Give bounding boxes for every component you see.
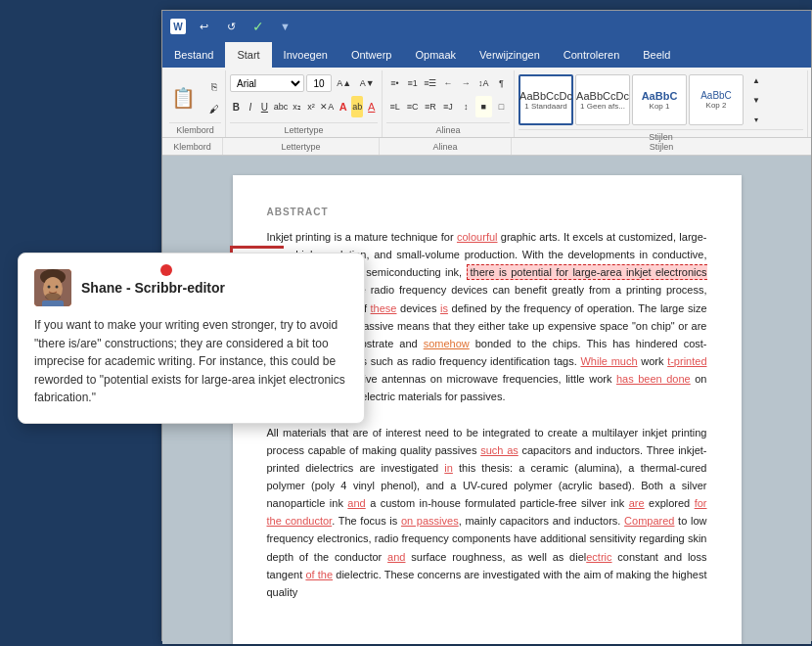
svg-rect-6 bbox=[42, 300, 64, 306]
inkjet-printed-phrase: t-printed bbox=[667, 355, 706, 367]
style-no-spacing-label: 1 Geen afs... bbox=[580, 102, 625, 111]
clear-format-button[interactable]: ✕A bbox=[319, 96, 335, 117]
of-the-phrase: of the bbox=[305, 569, 333, 580]
on-passives-phrase: on passives bbox=[401, 515, 459, 527]
redo-button[interactable]: ↺ bbox=[221, 17, 241, 36]
these-word: these bbox=[371, 302, 397, 314]
red-dot-connector bbox=[160, 264, 172, 276]
styles-scroll-down[interactable]: ▼ bbox=[745, 92, 767, 108]
style-no-spacing[interactable]: AaBbCcDc 1 Geen afs... bbox=[575, 74, 630, 125]
and-word-2: and bbox=[387, 551, 405, 563]
multilevel-button[interactable]: ≡☰ bbox=[422, 72, 438, 94]
strikethrough-button[interactable]: abc bbox=[273, 96, 290, 117]
style-standard[interactable]: AaBbCcDc 1 Standaard bbox=[519, 74, 573, 125]
styles-more[interactable]: ▾ bbox=[745, 112, 767, 127]
font-name-select[interactable]: Arial bbox=[230, 74, 304, 92]
somehow-word: somehow bbox=[424, 338, 470, 349]
style-heading1[interactable]: AaBbC Kop 1 bbox=[632, 74, 687, 125]
line-spacing-button[interactable]: ↕ bbox=[458, 96, 474, 117]
italic-button[interactable]: I bbox=[245, 96, 257, 117]
connector-horizontal bbox=[230, 246, 284, 249]
font-size-input[interactable] bbox=[306, 74, 332, 92]
word-icon: W bbox=[170, 19, 186, 34]
increase-font-button[interactable]: A▲ bbox=[334, 72, 354, 94]
style-no-spacing-preview: AaBbCcDc bbox=[576, 90, 629, 102]
tab-opmaak[interactable]: Opmaak bbox=[403, 42, 468, 68]
compared-word: Compared bbox=[624, 515, 674, 527]
clipboard-group-bottom: Klembord bbox=[162, 138, 223, 155]
clipboard-label: Klembord bbox=[169, 122, 221, 135]
style-standard-preview: AaBbCcDc bbox=[519, 90, 572, 102]
subscript-button[interactable]: x₂ bbox=[291, 96, 303, 117]
in-word: in bbox=[444, 462, 453, 474]
font-label: Lettertype bbox=[230, 122, 378, 135]
style-h2-label: Kop 2 bbox=[706, 101, 727, 110]
svg-point-4 bbox=[56, 286, 59, 289]
bullets-button[interactable]: ≡• bbox=[386, 72, 403, 94]
comment-avatar bbox=[34, 269, 71, 306]
is-word: is bbox=[440, 302, 448, 314]
ribbon-tabs: Bestand Start Invoegen Ontwerp Opmaak Ve… bbox=[162, 42, 811, 68]
copy-button[interactable]: ⎘ bbox=[203, 75, 225, 97]
abstract-title: ABSTRACT bbox=[267, 205, 707, 220]
tab-bestand[interactable]: Bestand bbox=[162, 42, 225, 68]
undo-button[interactable]: ↩ bbox=[194, 17, 213, 36]
svg-point-5 bbox=[45, 293, 61, 300]
align-center-button[interactable]: ≡C bbox=[404, 96, 421, 117]
style-heading2[interactable]: AaBbC Kop 2 bbox=[689, 74, 744, 125]
comma-span: , bbox=[459, 266, 466, 278]
sort-button[interactable]: ↕A bbox=[475, 72, 492, 94]
numbering-button[interactable]: ≡1 bbox=[404, 72, 421, 94]
align-right-button[interactable]: ≡R bbox=[422, 96, 438, 117]
tab-start[interactable]: Start bbox=[225, 42, 271, 68]
comment-author: Shane - Scribbr-editor bbox=[81, 280, 225, 296]
colourful-word: colourful bbox=[457, 231, 498, 243]
justify-button[interactable]: ≡J bbox=[439, 96, 456, 117]
has-been-done-phrase: has been done bbox=[616, 373, 691, 385]
paragraph-label: Alinea bbox=[386, 122, 510, 135]
paragraph-group-bottom: Alinea bbox=[380, 138, 512, 155]
tab-invoegen[interactable]: Invoegen bbox=[272, 42, 339, 68]
styles-scroll-up[interactable]: ▲ bbox=[745, 72, 767, 88]
tab-controleren[interactable]: Controleren bbox=[552, 42, 631, 68]
and-word: and bbox=[347, 497, 365, 509]
while-much-phrase: While much bbox=[580, 355, 637, 367]
underline-button[interactable]: U bbox=[258, 96, 271, 117]
check-button[interactable]: ✓ bbox=[248, 17, 268, 36]
clipboard-group: 📋 ⎘ 🖌 Klembord bbox=[165, 70, 226, 137]
styles-group-bottom: Stijlen bbox=[512, 138, 811, 155]
highlight-button[interactable]: ab bbox=[351, 96, 364, 117]
align-left-button[interactable]: ≡L bbox=[386, 96, 403, 117]
decrease-indent-button[interactable]: ← bbox=[439, 72, 456, 94]
style-h1-label: Kop 1 bbox=[650, 102, 670, 111]
decrease-font-button[interactable]: A▼ bbox=[357, 72, 378, 94]
ectric-span: ectric bbox=[586, 551, 611, 563]
are-word: are bbox=[629, 497, 645, 509]
paste-button[interactable]: 📋 bbox=[166, 80, 202, 115]
font-group: Arial A▲ A▼ B I U abc x₂ x² ✕A A ab A Le… bbox=[226, 70, 383, 137]
font-group-bottom: Lettertype bbox=[223, 138, 380, 155]
such-as-phrase: such as bbox=[480, 444, 519, 456]
tab-ontwerp[interactable]: Ontwerp bbox=[339, 42, 404, 68]
comment-header: Shane - Scribbr-editor bbox=[34, 269, 348, 306]
tab-verwijzingen[interactable]: Verwijzingen bbox=[468, 42, 552, 68]
border-button[interactable]: □ bbox=[493, 96, 510, 117]
comment-bubble: Shane - Scribbr-editor If you want to ma… bbox=[18, 253, 365, 424]
increase-indent-button[interactable]: → bbox=[458, 72, 474, 94]
style-h2-preview: AaBbC bbox=[700, 90, 732, 101]
style-h1-preview: AaBbC bbox=[642, 90, 678, 102]
bold-button[interactable]: B bbox=[230, 96, 243, 117]
font-color2-button[interactable]: A bbox=[365, 96, 378, 117]
font-color-button[interactable]: A bbox=[337, 96, 349, 117]
comment-body: If you want to make your writing even st… bbox=[34, 316, 348, 407]
svg-point-3 bbox=[48, 286, 51, 289]
tab-beeld[interactable]: Beeld bbox=[631, 42, 682, 68]
superscript-button[interactable]: x² bbox=[305, 96, 318, 117]
styles-group: AaBbCcDc 1 Standaard AaBbCcDc 1 Geen afs… bbox=[515, 70, 808, 137]
style-standard-label: 1 Standaard bbox=[524, 102, 567, 111]
show-marks-button[interactable]: ¶ bbox=[493, 72, 510, 94]
title-bar: W ↩ ↺ ✓ ▼ bbox=[162, 11, 811, 42]
format-painter-button[interactable]: 🖌 bbox=[203, 98, 225, 119]
paragraph-group: ≡• ≡1 ≡☰ ← → ↕A ¶ ≡L ≡C ≡R ≡J ↕ ■ □ Alin… bbox=[383, 70, 515, 137]
shading-button[interactable]: ■ bbox=[475, 96, 492, 117]
